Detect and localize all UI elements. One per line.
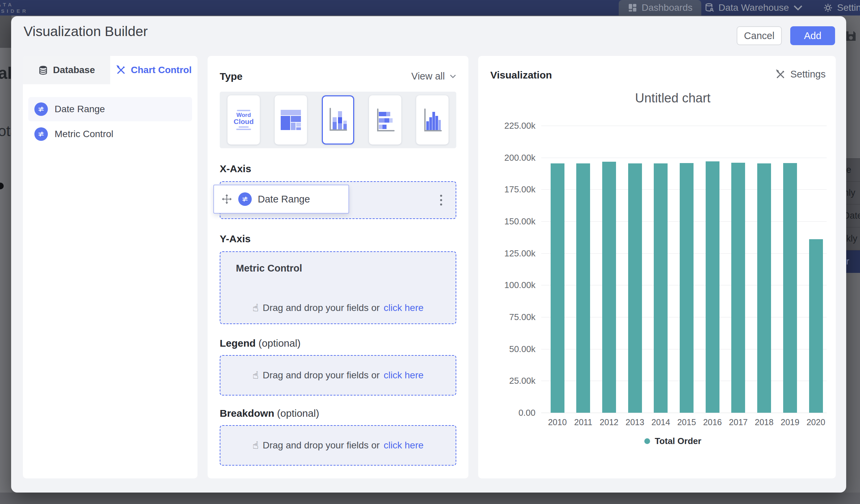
add-button[interactable]: Add — [790, 26, 835, 45]
chart-plot: 225.00k200.00k175.00k150.00k125.00k100.0… — [478, 56, 836, 478]
click-here-link[interactable]: click here — [384, 370, 424, 381]
drop-text: Drag and drop your fields or — [262, 440, 379, 451]
breakdown-dropzone[interactable]: ☝ Drag and drop your fields or click her… — [220, 425, 456, 465]
chart-type-stacked-bar[interactable] — [369, 95, 401, 145]
tab-database[interactable]: Database — [23, 56, 110, 84]
chart-type-treemap[interactable] — [275, 95, 307, 145]
move-icon — [221, 194, 232, 204]
chart-bar — [602, 162, 616, 413]
breakdown-title: Breakdown — [220, 408, 274, 419]
word-cloud-thumbnail: Word Cloud — [233, 109, 254, 131]
nav-tab-settings: Settings — [823, 0, 860, 15]
data-warehouse-icon — [704, 3, 714, 13]
x-axis-section-title: X-Axis — [220, 163, 251, 174]
tap-hand-icon: ☝ — [253, 369, 258, 381]
control-field-icon — [238, 192, 252, 206]
cancel-button[interactable]: Cancel — [737, 26, 782, 45]
click-here-link[interactable]: click here — [384, 303, 424, 313]
chart-bar — [680, 163, 693, 413]
chart-type-word-cloud[interactable]: Word Cloud — [228, 95, 260, 145]
background-left-strip: al ota — [0, 15, 12, 504]
fields-panel: Database Chart Control Date Range Metric… — [23, 56, 198, 478]
visualization-panel: Visualization Settings Untitled chart 22… — [478, 56, 836, 478]
chevron-down-icon — [449, 74, 456, 78]
chart-type-stacked-column[interactable] — [322, 95, 354, 145]
y-gridline — [541, 126, 827, 126]
drop-text: Drag and drop your fields or — [262, 370, 379, 381]
visualization-builder-modal: Visualization Builder Cancel Add Databas… — [11, 16, 846, 492]
y-axis-tick-label: 175.00k — [488, 184, 535, 195]
chip-label: Date Range — [258, 194, 310, 205]
modal-title: Visualization Builder — [24, 24, 148, 40]
chart-legend: Total Order — [530, 436, 816, 446]
control-field-icon — [34, 102, 48, 116]
optional-label: (optional) — [277, 408, 319, 419]
background-heading-fragment: al — [0, 63, 12, 83]
drop-placeholder: ☝ Drag and drop your fields or click her… — [220, 369, 456, 381]
chart-bar — [551, 163, 564, 413]
y-axis-tick-label: 0.00 — [488, 408, 535, 418]
field-label: Date Range — [55, 104, 105, 115]
tap-hand-icon: ☝ — [253, 302, 258, 314]
y-axis-tick-label: 25.00k — [488, 376, 535, 386]
breakdown-section-title: Breakdown (optional) — [220, 408, 319, 419]
chart-bar — [783, 163, 797, 413]
legend-dropzone[interactable]: ☝ Drag and drop your fields or click her… — [220, 355, 456, 395]
view-all-dropdown[interactable]: View all — [412, 71, 456, 82]
chart-bar — [654, 163, 668, 413]
chart-type-column[interactable] — [416, 95, 448, 145]
app-logo: DATA INSIDER — [0, 1, 28, 14]
y-axis-tick-label: 125.00k — [488, 248, 535, 259]
control-field-icon — [34, 127, 48, 141]
builder-panel: Type View all Word Cloud — [207, 56, 469, 478]
tap-hand-icon: ☝ — [253, 439, 258, 451]
chart-bar — [706, 161, 719, 413]
y-axis-zone-title: Metric Control — [236, 263, 302, 274]
y-axis-tick-label: 225.00k — [488, 120, 535, 131]
y-gridline — [541, 158, 827, 158]
chart-bar — [731, 163, 745, 413]
legend-section-title: Legend (optional) — [220, 337, 301, 349]
database-icon — [38, 65, 48, 75]
legend-title: Legend — [220, 337, 256, 349]
field-item-date-range[interactable]: Date Range — [28, 97, 192, 121]
chart-bar — [757, 163, 771, 413]
field-label: Metric Control — [55, 129, 113, 140]
y-axis-tick-label: 200.00k — [488, 153, 535, 163]
y-axis-tick-label: 75.00k — [488, 312, 535, 322]
column-chart-thumbnail — [421, 105, 443, 135]
top-nav-bar: DATA INSIDER Dashboards Data Warehouse S… — [0, 0, 860, 15]
nav-tab-label: Data Warehouse — [718, 2, 789, 13]
background-dark-band — [0, 15, 12, 48]
treemap-thumbnail — [280, 105, 302, 135]
stacked-bar-thumbnail — [374, 105, 396, 135]
chart-bar — [809, 239, 823, 413]
nav-tab-data-warehouse: Data Warehouse — [704, 0, 803, 15]
tab-label: Chart Control — [131, 65, 191, 75]
nav-tab-dashboards: Dashboards — [619, 0, 701, 15]
background-bottom-strip — [0, 492, 860, 504]
nav-tab-label: Dashboards — [642, 2, 692, 13]
chart-type-selector: Word Cloud — [220, 92, 456, 148]
drop-placeholder: ☝ Drag and drop your fields or click her… — [220, 439, 456, 451]
field-item-metric-control[interactable]: Metric Control — [28, 122, 192, 146]
dashboards-icon — [628, 3, 637, 13]
tab-chart-control[interactable]: Chart Control — [110, 56, 198, 84]
y-gridline — [541, 413, 827, 413]
drop-text: Drag and drop your fields or — [262, 303, 379, 313]
kebab-menu-icon[interactable] — [438, 193, 444, 207]
click-here-link[interactable]: click here — [384, 440, 424, 451]
legend-label: Total Order — [655, 436, 701, 446]
tools-icon — [116, 65, 126, 75]
drop-placeholder: ☝ Drag and drop your fields or click her… — [220, 302, 456, 314]
chart-bar — [576, 163, 590, 413]
date-range-drag-chip[interactable]: Date Range — [213, 185, 349, 214]
logo-line2: INSIDER — [0, 8, 28, 14]
y-axis-tick-label: 50.00k — [488, 344, 535, 355]
background-bullet-dot — [0, 183, 4, 189]
y-axis-tick-label: 150.00k — [488, 216, 535, 227]
gear-icon — [823, 3, 833, 13]
y-axis-dropzone[interactable]: Metric Control ☝ Drag and drop your fiel… — [220, 251, 456, 324]
chart-bar — [628, 163, 642, 413]
nav-tab-label: Settings — [837, 2, 860, 13]
